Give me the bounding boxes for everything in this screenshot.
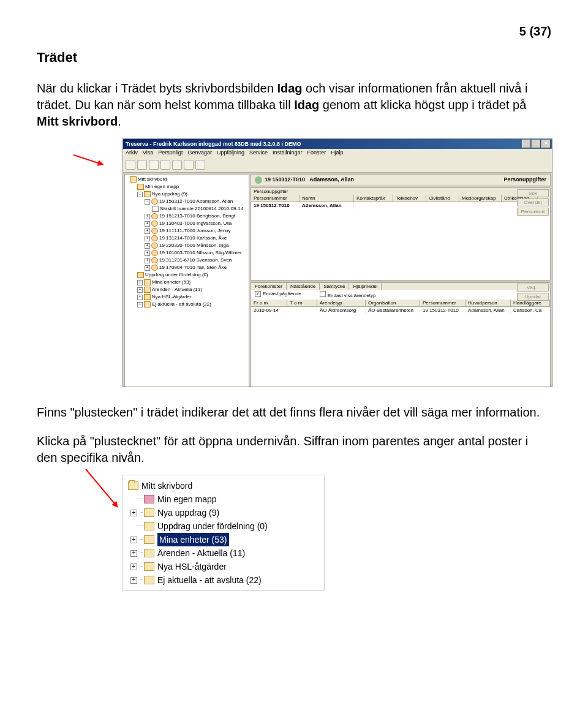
folder-icon — [144, 576, 154, 584]
folder-icon — [144, 508, 154, 517]
toolbar-button[interactable] — [172, 160, 182, 170]
paragraph-1: När du klickar i Trädet byts skrivbordsb… — [37, 80, 551, 130]
tree-item[interactable]: +┈ Ärenden - Aktuella (11) — [128, 546, 319, 560]
menu-item[interactable]: Personligt — [158, 149, 183, 158]
update-button[interactable]: Uppdat — [517, 293, 549, 301]
tree-label: Nya HSL-åtgärder — [157, 560, 227, 573]
text-bold: Idag — [277, 81, 302, 95]
tab[interactable]: Samtycke — [320, 283, 349, 290]
tree-item[interactable]: +19 170904-T010 Tall, Sten-Åke — [126, 264, 247, 271]
toolbar-button[interactable] — [195, 160, 205, 170]
minimize-button[interactable]: _ — [522, 140, 531, 148]
tab[interactable]: Närstående — [287, 283, 320, 290]
toolbar-button[interactable] — [160, 160, 170, 170]
tree-item[interactable]: ┈┈ Min egen mapp — [128, 492, 319, 506]
content-panel: 19 150312-T010 Adamsson, Allan Personupp… — [251, 174, 551, 387]
menubar: Arkiv Visa Personligt Genvägar Uppföljni… — [123, 149, 552, 159]
tree-item[interactable]: +Ärenden - Aktuella (11) — [126, 286, 247, 293]
tree-item[interactable]: -19 150312-T010 Adamsson, Allan — [126, 198, 247, 205]
search-button[interactable]: Sök — [517, 189, 549, 197]
header-name: Adamsson, Allan — [309, 176, 354, 183]
tree-item[interactable]: +19 131214-T010 Karlsson, Åke — [126, 235, 247, 242]
text-bold: Idag — [294, 98, 319, 111]
grid-row[interactable]: 2010-09-14 ÄO Äldreomsorg ÄO Beställaren… — [251, 307, 550, 314]
toolbar — [123, 159, 552, 173]
paragraph-2: Finns "plustecken" i trädet indikerar de… — [37, 404, 551, 421]
tree-item[interactable]: +┈ Nya HSL-åtgärder — [128, 560, 319, 573]
menu-item[interactable]: Fönster — [307, 149, 326, 158]
page-number: 5 (37) — [37, 25, 551, 39]
expand-icon[interactable]: + — [130, 537, 137, 543]
toolbar-button[interactable] — [149, 160, 159, 170]
tab[interactable]: Hjälpmedel — [349, 283, 382, 290]
tree-label: Uppdrag under fördelning (0) — [157, 519, 268, 533]
content-header: 19 150312-T010 Adamsson, Allan Personupp… — [251, 174, 551, 186]
folder-icon — [144, 562, 154, 571]
tree-item[interactable]: +19 311231-6710 Svensson, Sven — [126, 257, 247, 264]
tree-label: Ej aktuella - att avsluta (22) — [157, 573, 262, 587]
tree-item[interactable]: +┈ Ej aktuella - att avsluta (22) — [128, 573, 319, 587]
toolbar-button[interactable] — [137, 160, 147, 170]
header-id: 19 150312-T010 — [265, 176, 305, 183]
personcard-button[interactable]: Personkort — [517, 208, 549, 216]
tabs: Förekomster Närstående Samtycke Hjälpmed… — [251, 282, 550, 290]
menu-item[interactable]: Inställningar — [273, 149, 303, 158]
menu-item[interactable]: Genvägar — [187, 149, 212, 158]
tree-item-selected[interactable]: +┈ Mina enheter (53) — [128, 533, 319, 546]
close-button[interactable]: × — [541, 140, 551, 148]
text: När du klickar i Trädet byts skrivbordsb… — [37, 81, 277, 95]
tree-item[interactable]: +19 111111-T000 Jonsson, Jenny — [126, 227, 247, 235]
checkbox-ongoing[interactable]: ✓Endast pågående — [255, 291, 301, 298]
panel-title: Personuppgifter — [251, 188, 550, 195]
expand-icon[interactable]: + — [130, 510, 137, 516]
folder-icon — [144, 495, 154, 503]
section-title: Trädet — [37, 50, 551, 66]
tree-item[interactable]: +Ej aktuella - att avsluta (22) — [126, 301, 247, 308]
menu-item[interactable]: Hjälp — [331, 149, 344, 158]
grid-header: Personnummer Namn Kontaktspråk Tolkbehov… — [251, 195, 550, 202]
tree-root[interactable]: Mitt skrivbord — [128, 479, 319, 492]
checkbox-casetype[interactable]: Endast viss ärendetyp — [320, 291, 376, 298]
tree-item[interactable]: ┈┈ Uppdrag under fördelning (0) — [128, 519, 319, 533]
tree-item[interactable]: +19 220320-T000 Månsson, Inga — [126, 242, 247, 249]
tree-item[interactable]: Min egen mapp — [126, 183, 247, 190]
expand-icon[interactable]: + — [130, 564, 137, 570]
folder-icon — [144, 549, 154, 557]
paragraph-3: Klicka på "plustecknet" för att öppna un… — [37, 433, 551, 466]
tree-closeup: Mitt skrivbord ┈┈ Min egen mapp +┈ Nya u… — [123, 475, 325, 591]
tree-label: Min egen mapp — [157, 492, 217, 506]
text: . — [118, 115, 121, 128]
expand-icon[interactable]: + — [130, 550, 137, 557]
red-arrow-icon — [85, 469, 118, 507]
overview-button[interactable]: Översikt — [517, 198, 549, 206]
toolbar-button[interactable] — [126, 160, 135, 170]
folder-open-icon — [128, 481, 138, 490]
maximize-button[interactable]: □ — [532, 140, 541, 148]
choose-button[interactable]: Välj... — [517, 284, 549, 292]
tree-panel[interactable]: Mitt skrivbord Min egen mapp -Nya uppdra… — [124, 174, 249, 387]
tab[interactable]: Förekomster — [251, 283, 287, 290]
menu-item[interactable]: Visa — [143, 149, 153, 158]
tree-item[interactable]: +19 101003-T010 Nilsson, Stig-Willmer — [126, 249, 247, 257]
tree-item[interactable]: +19 151213-T010 Bengtsson, Bengt — [126, 213, 247, 220]
grid-row[interactable]: 19 150312-T010 Adamsson, Allan — [251, 202, 550, 209]
menu-item[interactable]: Arkiv — [126, 149, 138, 158]
tree-item[interactable]: +Mina enheter (53) — [126, 279, 247, 286]
tree-label: Mitt skrivbord — [141, 479, 192, 492]
toolbar-button[interactable] — [184, 160, 194, 170]
tree-item[interactable]: Uppdrag under fördelning (0) — [126, 271, 247, 279]
expand-icon[interactable]: + — [130, 577, 137, 584]
tree-item[interactable]: +┈ Nya uppdrag (9) — [128, 506, 319, 519]
menu-item[interactable]: Service — [249, 149, 268, 158]
person-grid-panel: Personuppgifter Personnummer Namn Kontak… — [251, 187, 551, 281]
tree-item[interactable]: +Nya HSL-åtgärder — [126, 293, 247, 301]
tree-item[interactable]: Särskilt boende 20100914 2010-09-14 — [126, 205, 247, 213]
menu-item[interactable]: Uppföljning — [217, 149, 244, 158]
tree-item[interactable]: +19 130403-T000 Ingvarsson, Ulla — [126, 220, 247, 227]
tree-item[interactable]: -Nya uppdrag (9) — [126, 190, 247, 198]
header-section: Personuppgifter — [503, 176, 546, 184]
tree-root[interactable]: Mitt skrivbord — [126, 176, 247, 183]
app-screenshot: Treserva - Fredrik Karlsson inloggad mot… — [123, 138, 552, 387]
person-icon — [255, 176, 262, 184]
cases-panel: Förekomster Närstående Samtycke Hjälpmed… — [251, 282, 551, 387]
